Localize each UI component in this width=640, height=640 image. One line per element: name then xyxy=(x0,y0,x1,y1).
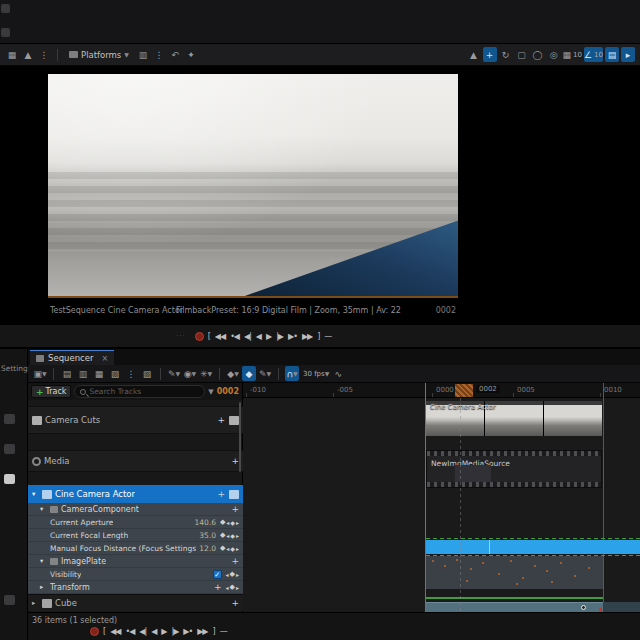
keyframe-nav[interactable]: ◆◂◆▸ xyxy=(220,544,239,552)
add-icon[interactable]: + xyxy=(231,598,239,608)
transport-button-10[interactable]: — xyxy=(219,627,228,636)
track-cube[interactable]: ▸ Cube + xyxy=(28,594,243,611)
transport-button-9[interactable]: ] xyxy=(212,627,216,636)
filter-icon[interactable]: ▼ xyxy=(208,388,213,396)
transport-button-5[interactable]: ▶ xyxy=(160,627,167,636)
timeline-area[interactable]: -010-005000000050010 Cine Camera Actor N… xyxy=(243,383,640,612)
keyframe-nav[interactable]: ◆◂◆▸ xyxy=(220,531,239,539)
transport-button-2[interactable]: •◀ xyxy=(229,332,240,341)
curve-options-button[interactable]: ✎▼ xyxy=(258,366,272,381)
keyframe-dot[interactable] xyxy=(551,581,553,583)
current-frame-field[interactable]: 0002 xyxy=(217,387,239,396)
track-visibility[interactable]: Visibility ✓ ◂◆▸ xyxy=(28,568,243,581)
transport-button-3[interactable]: ◀| xyxy=(243,332,252,341)
focus-distance-value[interactable]: 12.0 xyxy=(199,544,216,553)
media-section[interactable]: NewImgMediaSource xyxy=(426,450,602,488)
transport-button-0[interactable]: [ xyxy=(207,332,211,341)
transport-button-1[interactable]: ◀◀ xyxy=(214,332,226,341)
keyframe-dot[interactable] xyxy=(534,565,536,567)
transport-button-8[interactable]: ▶▶ xyxy=(301,332,313,341)
keyframe-dot[interactable] xyxy=(516,583,518,585)
keyframe-dot[interactable] xyxy=(470,568,472,570)
lock-camera-icon[interactable] xyxy=(229,416,239,425)
coord-system-globe[interactable]: ◯ xyxy=(531,47,545,62)
keyframe-dot[interactable] xyxy=(588,567,590,569)
transport-button-3[interactable]: ◀| xyxy=(138,627,147,636)
surface-snap[interactable]: ◎ xyxy=(547,47,561,62)
keyframe-dot[interactable] xyxy=(510,560,512,562)
keyframe-nav[interactable]: ◂◆▸ xyxy=(226,570,239,578)
grid-snap[interactable]: ▦10 xyxy=(563,47,582,62)
curve-editor-button[interactable]: ∿ xyxy=(331,366,345,381)
transport-button-4[interactable]: ◀ xyxy=(150,627,157,636)
create-camera-button[interactable]: ▤ xyxy=(60,366,74,381)
slate-icon[interactable] xyxy=(4,474,15,484)
view-options-eye-button[interactable]: ◉▼ xyxy=(183,366,197,381)
playhead-line[interactable] xyxy=(460,398,461,612)
settings-tab[interactable]: Settings xyxy=(1,364,28,373)
keyframe-dot[interactable] xyxy=(482,562,484,564)
track-current-aperture[interactable]: Current Aperture 140.6 ◆◂◆▸ xyxy=(28,516,243,529)
dock-icon[interactable] xyxy=(4,595,15,605)
transport-button-6[interactable]: |▶ xyxy=(170,627,179,636)
cinematic-viewport[interactable]: TestSequence Cine Camera Actor FilmbackP… xyxy=(0,66,640,325)
track-camera-component[interactable]: ▾ CameraComponent + xyxy=(28,503,243,516)
focal-length-value[interactable]: 35.0 xyxy=(199,531,216,540)
camera-speed[interactable]: ▸ xyxy=(621,47,635,62)
select-tool[interactable]: ▲ xyxy=(467,47,481,62)
rotation-snap[interactable]: ∠10 xyxy=(584,47,603,62)
expand-icon[interactable]: ▸ xyxy=(40,583,47,591)
keyframe-nav[interactable]: ◂◆▸ xyxy=(226,583,239,591)
dock-icon[interactable] xyxy=(4,414,15,424)
fps-dropdown[interactable]: 30 fps▼ xyxy=(301,366,329,381)
more-options-button[interactable]: ⋮ xyxy=(124,366,138,381)
add-icon[interactable]: + xyxy=(217,489,225,499)
undo-icon[interactable]: ↶ xyxy=(168,47,182,62)
close-icon[interactable]: × xyxy=(101,354,108,363)
expand-icon[interactable]: ▾ xyxy=(40,505,47,513)
track-transform[interactable]: ▸ Transform + ◂◆▸ xyxy=(28,581,243,594)
transport-button-5[interactable]: ▶ xyxy=(265,332,272,341)
snap-button[interactable]: ∩▼ xyxy=(285,366,299,381)
keyframe-options-button[interactable]: ◆▼ xyxy=(226,366,240,381)
visibility-keyframe[interactable] xyxy=(581,605,586,610)
transport-button-0[interactable]: [ xyxy=(102,627,106,636)
keyframe-dot[interactable] xyxy=(444,565,446,567)
tracks-scrollbar[interactable] xyxy=(239,402,241,472)
aperture-value[interactable]: 140.6 xyxy=(194,518,215,527)
add-icon[interactable]: + xyxy=(231,456,239,466)
director-blueprint-button[interactable]: ▨ xyxy=(140,366,154,381)
add-icon[interactable]: + xyxy=(231,504,239,514)
keyframe-dot[interactable] xyxy=(498,573,500,575)
more-icon[interactable]: ⋮ xyxy=(37,47,51,62)
expand-icon[interactable]: ▾ xyxy=(40,557,47,565)
transport-button-2[interactable]: •◀ xyxy=(124,627,135,636)
rotate-tool[interactable]: ↻ xyxy=(499,47,513,62)
keyframe-dot[interactable] xyxy=(546,570,548,572)
track-current-focal-length[interactable]: Current Focal Length 35.0 ◆◂◆▸ xyxy=(28,529,243,542)
keyframe-dot[interactable] xyxy=(522,577,524,579)
scale-snap[interactable]: ▤ xyxy=(605,47,619,62)
keyframe-dot[interactable] xyxy=(466,580,468,582)
selected-track-section[interactable] xyxy=(426,540,640,554)
keyframe-dot[interactable] xyxy=(456,559,458,561)
blueprints-icon[interactable]: ▥ xyxy=(136,47,150,62)
transport-button-8[interactable]: ▶▶ xyxy=(196,627,208,636)
expand-icon[interactable]: ▾ xyxy=(32,490,39,498)
track-manual-focus-distance[interactable]: Manual Focus Distance (Focus Settings) 1… xyxy=(28,542,243,555)
cinematics-more-icon[interactable]: ⋮ xyxy=(152,47,166,62)
transport-button-6[interactable]: |▶ xyxy=(275,332,284,341)
scale-tool[interactable]: ▢ xyxy=(515,47,529,62)
track-cine-camera-actor[interactable]: ▾ Cine Camera Actor + xyxy=(28,485,243,503)
transport-button-1[interactable]: ◀◀ xyxy=(109,627,121,636)
track-media[interactable]: Media + xyxy=(28,450,243,472)
autokey-button[interactable]: ◆ xyxy=(242,366,256,381)
shot-track-button[interactable]: ▥ xyxy=(76,366,90,381)
camera-component-sections[interactable] xyxy=(426,556,603,589)
save-button[interactable]: ▣▼ xyxy=(33,366,47,381)
record-button[interactable] xyxy=(195,332,204,341)
dock-icon[interactable] xyxy=(4,444,15,454)
record-button[interactable] xyxy=(90,627,99,636)
transport-button-9[interactable]: ] xyxy=(316,332,320,341)
playback-options-button[interactable]: ✳▼ xyxy=(199,366,213,381)
